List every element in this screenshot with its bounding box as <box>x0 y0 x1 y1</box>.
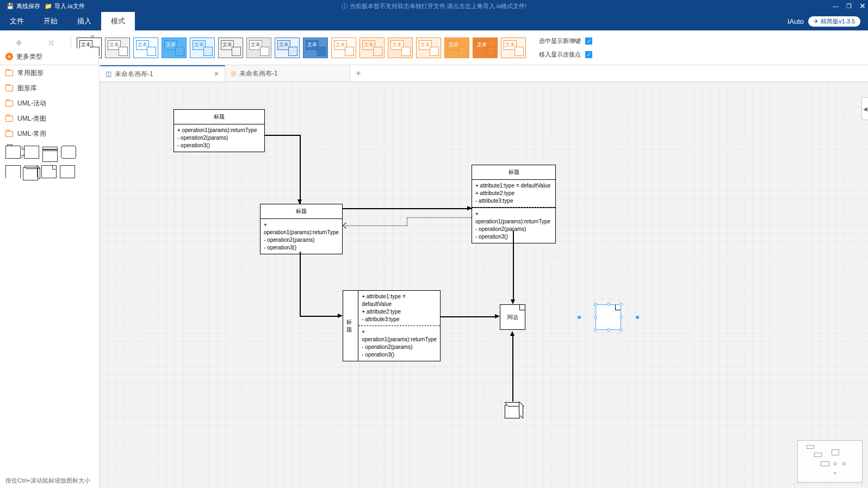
palette-class-shape[interactable] <box>42 149 58 162</box>
import-file-button[interactable]: 📁 导入.ia文件 <box>45 2 85 10</box>
doc-tab-1[interactable]: ◫ 未命名画布-1 ✕ <box>100 65 225 82</box>
arrow-head-icon <box>495 314 500 318</box>
style-swatch-4[interactable]: 文本 <box>190 37 215 58</box>
checkbox-checked-icon: ✓ <box>585 51 592 58</box>
canvas[interactable]: ◀ 标题 + operation1(params):returnType - o… <box>100 82 868 488</box>
connector[interactable] <box>300 135 301 204</box>
palette-rounded-shape[interactable] <box>61 146 76 159</box>
canvas-artboard-icon: ◎ <box>231 70 236 77</box>
connector[interactable] <box>513 230 514 300</box>
style-swatch-10[interactable]: 文本 <box>359 37 385 58</box>
menu-mode[interactable]: 模式 <box>101 12 135 30</box>
folder-icon <box>5 70 13 76</box>
sidebar-item-common[interactable]: 常用图形 <box>0 65 99 80</box>
style-swatch-13[interactable]: 文本 <box>444 37 469 58</box>
palette-document-shape[interactable] <box>41 165 57 178</box>
save-icon: 💾 <box>7 3 14 10</box>
style-swatch-6[interactable]: 文本 <box>246 37 271 58</box>
style-swatch-1[interactable]: 文本 <box>105 37 130 58</box>
connector[interactable] <box>300 252 301 316</box>
menu-insert[interactable]: 插入 <box>67 12 101 30</box>
window-maximize-button[interactable]: ❐ <box>846 3 852 10</box>
sidebar-item-library[interactable]: 图形库 <box>0 80 99 96</box>
folder-icon <box>5 116 13 122</box>
connector[interactable] <box>343 208 472 209</box>
canvas-diagram-icon: ◫ <box>106 70 111 78</box>
uml-operations: + operation1(params):returnType - operat… <box>174 124 264 152</box>
right-panel-toggle[interactable]: ◀ <box>861 97 868 120</box>
uml-class-box-3[interactable]: 标题 + attribute1:type = defaultValue + at… <box>472 165 556 243</box>
palette-cube-shape[interactable] <box>23 167 38 180</box>
style-swatch-5[interactable]: 文本 <box>218 37 243 58</box>
arrow-head-icon <box>511 299 515 304</box>
style-swatch-15[interactable]: 文本 <box>501 37 526 58</box>
uml-attributes: + attribute1:type = defaultValue + attri… <box>358 291 440 326</box>
style-swatch-11[interactable]: 文本 <box>388 37 413 58</box>
connector-dashed[interactable] <box>407 217 472 218</box>
sidebar-item-uml-class[interactable]: UML-类图 <box>0 111 99 126</box>
plane-icon: ✈ <box>814 18 819 25</box>
uml-class-box-1[interactable]: 标题 + operation1(params):returnType - ope… <box>173 109 265 152</box>
style-swatch-2[interactable]: 文本 <box>133 37 158 58</box>
sidebar-hint: 按住Ctrl+滚动鼠标缩放图标大小 <box>5 477 90 485</box>
connector[interactable] <box>300 316 338 317</box>
connector-dashed[interactable] <box>407 217 407 226</box>
checkbox-checked-icon: ✓ <box>585 37 592 45</box>
doc-tab-2[interactable]: ◎ 未命名画布-1 <box>225 65 350 82</box>
ribbon: ⟐ 画布尺寸 ⤭ 动态流 文本文本文本文本文本文本文本文本文本文本文本文本文本文… <box>0 30 868 65</box>
palette-folder-shape[interactable] <box>5 146 21 159</box>
folder-icon <box>5 131 13 137</box>
option-show-connectors[interactable]: 移入显示连接点 ✓ <box>539 51 592 59</box>
style-swatch-8[interactable]: 文本 <box>303 37 328 58</box>
style-swatch-12[interactable]: 文本 <box>416 37 441 58</box>
uml-operations: + operation1(params):returnType - operat… <box>358 326 440 361</box>
uml-side-title: 标题 <box>343 291 358 361</box>
add-tab-button[interactable]: + <box>350 65 367 82</box>
connection-handle[interactable] <box>577 315 581 319</box>
style-swatch-3[interactable]: 文本 <box>162 37 187 58</box>
window-close-button[interactable]: ✕ <box>859 2 866 10</box>
menubar: 文件 开始 插入 模式 IAuto ✈ 精简版v1.3.5 <box>0 12 868 30</box>
connection-handle[interactable] <box>635 315 640 319</box>
connector[interactable] <box>512 335 513 402</box>
style-swatch-7[interactable]: 文本 <box>275 37 300 58</box>
arrow-head-icon <box>297 199 302 204</box>
plus-icon: + <box>5 53 13 60</box>
sidebar-close-button[interactable]: ✕ <box>90 33 95 41</box>
save-label: 离线保存 <box>16 2 40 10</box>
note-shape-selected[interactable] <box>596 304 621 330</box>
option-show-new-keys[interactable]: 选中显示新增键 ✓ <box>539 37 592 45</box>
titlebar-notice: ⓘ 当前版本暂不支持双击单独打开文件,请点击左上角导入.ia格式文件! <box>342 2 527 10</box>
uml-class-box-4[interactable]: 标题 + attribute1:type = defaultValue + at… <box>343 290 441 361</box>
sidebar-more-types[interactable]: + 更多类型 ✕ <box>0 48 99 65</box>
version-badge[interactable]: ✈ 精简版v1.3.5 <box>808 16 860 27</box>
palette-package-shape[interactable] <box>24 146 39 159</box>
dynamic-flow-icon: ⤭ <box>47 37 54 48</box>
style-swatch-9[interactable]: 文本 <box>331 37 356 58</box>
titlebar: 💾 离线保存 📁 导入.ia文件 ⓘ 当前版本暂不支持双击单独打开文件,请点击左… <box>0 0 868 12</box>
arrow-head-icon <box>510 331 514 336</box>
canvas-size-icon: ⟐ <box>16 37 22 47</box>
uml-operations: + operation1(params):returnType - operat… <box>472 208 555 243</box>
arrow-open-head-icon <box>343 222 349 228</box>
connector[interactable] <box>265 135 300 136</box>
connector[interactable] <box>441 316 495 317</box>
tab-close-button[interactable]: ✕ <box>214 70 219 78</box>
offline-save-button[interactable]: 💾 离线保存 <box>7 2 40 10</box>
document-tabs: ◫ 未命名画布-1 ✕ ◎ 未命名画布-1 + <box>0 65 868 82</box>
uml-class-box-2[interactable]: 标题 + operation1(params):returnType - ope… <box>260 204 343 254</box>
sidebar: + 更多类型 ✕ 常用图形 图形库 UML-活动 UML-类图 UML-常用 按… <box>0 65 100 488</box>
window-minimize-button[interactable]: — <box>833 3 839 9</box>
note-shape[interactable]: 阿达 <box>500 304 525 330</box>
menu-start[interactable]: 开始 <box>34 12 67 30</box>
arrow-head-icon <box>467 206 472 210</box>
palette-flag-shape[interactable] <box>5 165 21 178</box>
sidebar-item-uml-activity[interactable]: UML-活动 <box>0 96 99 111</box>
minimap[interactable] <box>797 440 863 483</box>
menu-file[interactable]: 文件 <box>0 12 34 30</box>
style-swatch-14[interactable]: 文本 <box>473 37 498 58</box>
cube-shape[interactable] <box>505 405 520 418</box>
connector-dashed[interactable] <box>346 226 407 226</box>
sidebar-item-uml-common[interactable]: UML-常用 <box>0 126 99 141</box>
palette-rect-shape[interactable] <box>60 165 75 178</box>
